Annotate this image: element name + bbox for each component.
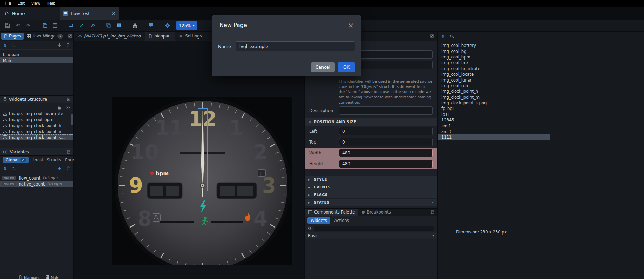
tree-item[interactable]: Image: img_clock_point_h xyxy=(0,123,73,128)
top-field[interactable] xyxy=(339,138,433,146)
sync-icon[interactable]: ⇄ xyxy=(67,21,76,30)
height-field[interactable] xyxy=(339,160,433,168)
tree-item-selected[interactable]: Image: img_clock_point_s... xyxy=(0,134,73,140)
dock-expand-icon[interactable] xyxy=(67,98,70,101)
tree-item[interactable]: Image: img_cool_bpm xyxy=(0,117,73,123)
zoom-button[interactable]: 125% ▾ xyxy=(176,21,197,30)
variable-row[interactable]: NATIVE flow_count integer xyxy=(0,175,73,181)
asset-item[interactable]: img_clock_point_h xyxy=(438,89,550,94)
section-events[interactable]: ▸ EVENTS xyxy=(305,183,437,191)
hide-show-icon[interactable] xyxy=(66,106,70,109)
asset-item[interactable]: img_cool_battery xyxy=(438,43,550,48)
asset-item[interactable]: img_cool_bpm xyxy=(438,54,550,60)
paste-icon[interactable] xyxy=(50,21,60,30)
asset-item[interactable]: lp11 xyxy=(438,112,550,117)
tree-item[interactable]: Image: img_clock_point_m xyxy=(0,128,73,134)
dock-expand-icon[interactable] xyxy=(68,34,72,38)
description-field[interactable] xyxy=(339,106,433,115)
asset-item[interactable]: img_cool_run xyxy=(438,83,550,89)
wrench-icon[interactable] xyxy=(88,21,97,30)
save-icon[interactable] xyxy=(3,21,12,30)
left-field[interactable] xyxy=(339,127,433,135)
section-style[interactable]: ▸ STYLE xyxy=(305,176,437,183)
tab-actions[interactable]: Actions xyxy=(334,218,349,223)
add-page-button[interactable]: + xyxy=(57,43,62,48)
search-icon[interactable] xyxy=(11,43,15,47)
tab-global[interactable]: Global 2 xyxy=(3,157,29,163)
tab-widgets[interactable]: Widgets xyxy=(307,217,330,224)
asset-item[interactable]: img_cool_lunar xyxy=(438,77,550,83)
search-icon[interactable] xyxy=(11,167,15,170)
close-icon[interactable]: × xyxy=(348,22,354,29)
front-face-icon[interactable] xyxy=(104,21,113,30)
sort-icon[interactable] xyxy=(3,43,7,47)
asset-item[interactable]: img_cool_locate xyxy=(438,71,550,77)
page-canvas[interactable]: 12 1 2 3 4 8 9 10 11 ♥ bpm xyxy=(74,41,304,279)
section-flags[interactable]: ▸ FLAGS xyxy=(305,191,437,198)
page-name-input[interactable] xyxy=(236,41,355,51)
palette-group-basic[interactable]: Basic ▾ xyxy=(305,232,437,239)
dock-expand-icon[interactable] xyxy=(430,34,434,38)
asset-item-selected[interactable]: 1111 xyxy=(438,134,550,140)
asset-item[interactable]: 12345 xyxy=(438,117,550,123)
asset-item[interactable]: zmj3 xyxy=(438,129,550,134)
delete-variable-button[interactable] xyxy=(66,166,70,170)
page-item-biaopan[interactable]: biaopan xyxy=(0,51,73,57)
sort-icon[interactable] xyxy=(3,167,7,170)
asset-item[interactable]: fp_bg1 xyxy=(438,106,550,111)
scrollbar-thumb[interactable] xyxy=(71,114,73,125)
search-icon[interactable] xyxy=(450,34,454,38)
ok-button[interactable]: OK xyxy=(338,62,355,72)
tab-project-flow-test[interactable]: flow-test × xyxy=(60,7,119,20)
sort-icon[interactable] xyxy=(441,34,445,38)
palette-search-input[interactable] xyxy=(314,226,434,231)
page-item-main[interactable]: Main xyxy=(0,57,73,63)
tab-home[interactable]: Home xyxy=(0,7,60,20)
page-frame[interactable]: 12 1 2 3 4 8 9 10 11 ♥ bpm xyxy=(112,97,292,265)
asset-item[interactable]: zmj1 xyxy=(438,123,550,128)
settings-gear-icon[interactable] xyxy=(163,21,172,30)
check-icon[interactable]: ✓ xyxy=(77,21,86,30)
dock-expand-icon[interactable] xyxy=(67,150,70,154)
menu-help[interactable]: Help xyxy=(43,0,59,7)
scroll-down-icon[interactable]: ▾ xyxy=(432,234,434,237)
tab-close-icon[interactable]: × xyxy=(111,11,116,16)
tab-structs[interactable]: Structs xyxy=(47,158,61,162)
lock-icon[interactable] xyxy=(57,106,61,110)
tab-user-widgets[interactable]: User Widgets 2 xyxy=(26,33,64,40)
editor-tab-settings[interactable]: Settings xyxy=(175,32,206,41)
width-field[interactable] xyxy=(339,149,433,157)
menu-edit[interactable]: Edit xyxy=(14,0,28,7)
search-icon[interactable] xyxy=(308,226,312,230)
delete-page-button[interactable] xyxy=(66,43,70,47)
editor-tab-biaopan[interactable]: biaopan xyxy=(145,32,175,41)
status-page-item[interactable]: biaopan xyxy=(19,275,39,279)
asset-item[interactable]: img_cool_bg xyxy=(438,48,550,54)
tab-local[interactable]: Local xyxy=(33,158,43,162)
cancel-button[interactable]: Cancel xyxy=(311,62,335,72)
back-face-icon[interactable] xyxy=(114,21,123,30)
dock-expand-icon[interactable] xyxy=(431,209,437,216)
redo-icon[interactable]: ↷ xyxy=(24,21,33,30)
tree-item[interactable]: Image: img_cool_heartrate xyxy=(0,112,73,117)
undo-icon[interactable]: ↶ xyxy=(13,21,22,30)
add-variable-button[interactable]: + xyxy=(57,166,62,171)
section-states[interactable]: ▸ STATES ▾ xyxy=(305,199,437,206)
menu-file[interactable]: File xyxy=(1,0,14,7)
asset-item[interactable]: img_cool_heartrate xyxy=(438,66,550,71)
copy-icon[interactable] xyxy=(40,21,49,30)
asset-item[interactable]: img_clock_point_m xyxy=(438,95,550,100)
menu-view[interactable]: View xyxy=(28,0,43,7)
comments-icon[interactable] xyxy=(147,21,156,30)
scroll-down-icon[interactable]: ▾ xyxy=(432,201,434,204)
tab-pages[interactable]: Pages xyxy=(1,33,24,40)
tab-components-palette[interactable]: Components Palette xyxy=(305,209,358,216)
editor-tab-action[interactable]: <> [NATIVE] p1_inc_btn_clicked xyxy=(74,32,145,41)
asset-item[interactable]: img_cool_fire xyxy=(438,60,550,65)
variable-row-selected[interactable]: NATIVE native_count integer xyxy=(0,181,73,187)
flow-structure-icon[interactable] xyxy=(130,21,140,30)
section-position-and-size[interactable]: POSITION AND SIZE xyxy=(305,118,437,126)
asset-item[interactable]: img_clock_point_s.png xyxy=(438,100,550,106)
tab-breakpoints[interactable]: Breakpoints xyxy=(358,209,394,216)
status-main-item[interactable]: Main xyxy=(46,275,59,279)
